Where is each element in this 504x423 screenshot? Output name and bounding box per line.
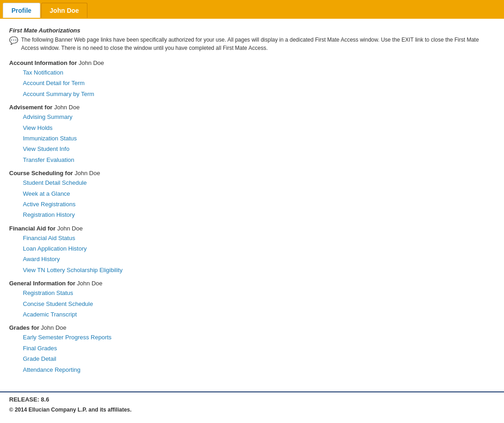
section-header-2: Course Scheduling for John Doe bbox=[9, 170, 495, 177]
link-1-2[interactable]: Immunization Status bbox=[23, 133, 495, 144]
section-header-3: Financial Aid for John Doe bbox=[9, 225, 495, 232]
section-header-5: Grades for John Doe bbox=[9, 324, 495, 331]
link-5-1[interactable]: Final Grades bbox=[23, 343, 495, 353]
link-2-2[interactable]: Active Registrations bbox=[23, 199, 495, 209]
link-0-2[interactable]: Account Summary by Term bbox=[23, 89, 495, 99]
link-3-1[interactable]: Loan Application History bbox=[23, 243, 495, 254]
link-4-2[interactable]: Academic Transcript bbox=[23, 309, 495, 320]
section-header-1: Advisement for John Doe bbox=[9, 104, 495, 111]
link-2-0[interactable]: Student Detail Schedule bbox=[23, 177, 495, 188]
link-3-0[interactable]: Financial Aid Status bbox=[23, 233, 495, 243]
link-5-0[interactable]: Early Semester Progress Reports bbox=[23, 332, 495, 343]
tab-profile-label: Profile bbox=[11, 7, 32, 14]
authorizations-title: First Mate Authorizations bbox=[9, 27, 495, 34]
link-0-0[interactable]: Tax Notification bbox=[23, 67, 495, 78]
section-group-1: Advisement for John DoeAdvising SummaryV… bbox=[9, 104, 495, 165]
tab-profile[interactable]: Profile bbox=[3, 3, 40, 18]
tab-john-doe[interactable]: John Doe bbox=[41, 3, 88, 18]
info-icon: 💬 bbox=[9, 36, 18, 45]
link-5-3[interactable]: Attendance Reporting bbox=[23, 364, 495, 375]
link-1-3[interactable]: View Student Info bbox=[23, 144, 495, 154]
link-0-1[interactable]: Account Detail for Term bbox=[23, 78, 495, 88]
section-links-1: Advising SummaryView HoldsImmunization S… bbox=[9, 112, 495, 165]
link-1-1[interactable]: View Holds bbox=[23, 123, 495, 133]
section-links-0: Tax NotificationAccount Detail for TermA… bbox=[9, 67, 495, 99]
link-3-3[interactable]: View TN Lottery Scholarship Eligibility bbox=[23, 265, 495, 275]
link-4-0[interactable]: Registration Status bbox=[23, 288, 495, 298]
authorizations-body: The following Banner Web page links have… bbox=[21, 36, 495, 52]
section-group-3: Financial Aid for John DoeFinancial Aid … bbox=[9, 225, 495, 276]
release-label: RELEASE: 8.6 bbox=[9, 396, 495, 403]
copyright-label: © 2014 Ellucian Company L.P. and its aff… bbox=[9, 407, 495, 413]
section-header-4: General Information for John Doe bbox=[9, 280, 495, 287]
section-links-3: Financial Aid StatusLoan Application His… bbox=[9, 233, 495, 276]
sections-container: Account Information for John DoeTax Noti… bbox=[9, 59, 495, 375]
section-group-2: Course Scheduling for John DoeStudent De… bbox=[9, 170, 495, 220]
tab-john-doe-label: John Doe bbox=[50, 7, 79, 14]
section-links-4: Registration StatusConcise Student Sched… bbox=[9, 288, 495, 320]
section-header-0: Account Information for John Doe bbox=[9, 59, 495, 66]
section-group-4: General Information for John DoeRegistra… bbox=[9, 280, 495, 320]
tab-bar: Profile John Doe bbox=[0, 0, 504, 19]
section-group-0: Account Information for John DoeTax Noti… bbox=[9, 59, 495, 99]
section-group-5: Grades for John DoeEarly Semester Progre… bbox=[9, 324, 495, 375]
link-2-1[interactable]: Week at a Glance bbox=[23, 188, 495, 199]
link-1-0[interactable]: Advising Summary bbox=[23, 112, 495, 122]
link-3-2[interactable]: Award History bbox=[23, 254, 495, 264]
section-links-5: Early Semester Progress ReportsFinal Gra… bbox=[9, 332, 495, 375]
authorizations-section: First Mate Authorizations 💬 The followin… bbox=[9, 27, 495, 52]
link-1-4[interactable]: Transfer Evaluation bbox=[23, 155, 495, 165]
link-2-3[interactable]: Registration History bbox=[23, 209, 495, 220]
section-links-2: Student Detail ScheduleWeek at a GlanceA… bbox=[9, 177, 495, 220]
footer: RELEASE: 8.6 © 2014 Ellucian Company L.P… bbox=[0, 391, 504, 415]
link-5-2[interactable]: Grade Detail bbox=[23, 353, 495, 364]
link-4-1[interactable]: Concise Student Schedule bbox=[23, 299, 495, 309]
main-content: First Mate Authorizations 💬 The followin… bbox=[0, 19, 504, 382]
authorizations-info: 💬 The following Banner Web page links ha… bbox=[9, 36, 495, 52]
